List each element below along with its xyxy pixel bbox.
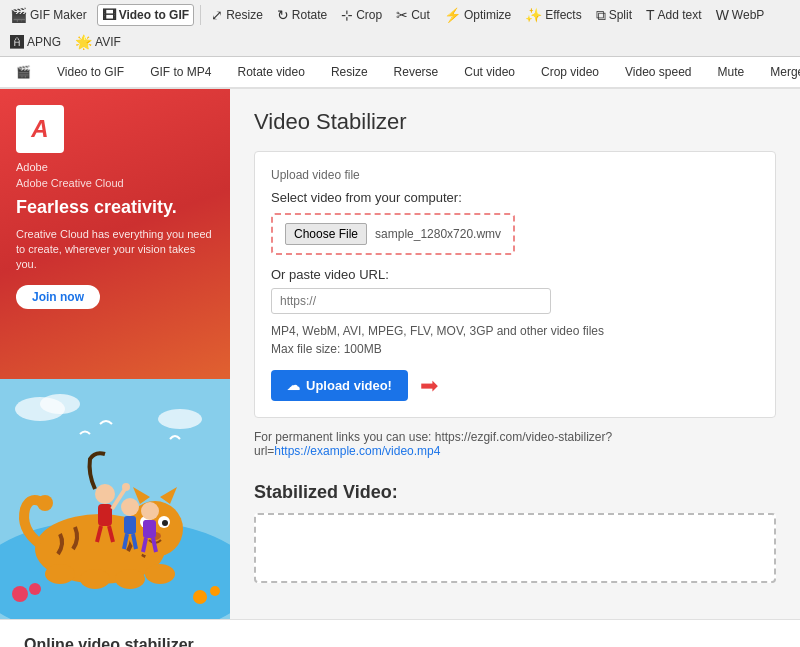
upload-btn-wrap: ☁ Upload video! ➡ (271, 370, 759, 401)
toolbar-avif[interactable]: 🌟 AVIF (71, 32, 125, 52)
arrow-icon: ➡ (420, 373, 438, 399)
svg-point-25 (121, 498, 139, 516)
svg-point-18 (145, 564, 175, 584)
cut-icon: ✂ (396, 7, 408, 23)
ad-illustration (0, 379, 230, 619)
svg-point-14 (37, 495, 53, 511)
ad-body: Creative Cloud has everything you need t… (16, 227, 214, 273)
toolbar-apng[interactable]: 🅰 APNG (6, 32, 65, 52)
video-nav-icon: 🎬 (16, 65, 31, 79)
file-name-display: sample_1280x720.wmv (375, 227, 501, 241)
toolbar-cut[interactable]: ✂ Cut (392, 5, 434, 25)
svg-point-16 (80, 569, 110, 589)
effects-icon: ✨ (525, 7, 542, 23)
nav-cut-video[interactable]: Cut video (452, 57, 527, 89)
svg-point-35 (193, 590, 207, 604)
upload-button[interactable]: ☁ Upload video! (271, 370, 408, 401)
file-types-text: MP4, WebM, AVI, MPEG, FLV, MOV, 3GP and … (271, 324, 759, 338)
nav-video-icon[interactable]: 🎬 (4, 57, 43, 89)
nav-gif-to-mp4[interactable]: GIF to MP4 (138, 57, 223, 89)
toolbar-rotate[interactable]: ↻ Rotate (273, 5, 331, 25)
svg-point-36 (210, 586, 220, 596)
webp-icon: W (716, 7, 729, 23)
ad-headline: Fearless creativity. (16, 197, 214, 219)
content-area: Video Stabilizer Upload video file Selec… (230, 89, 800, 619)
max-size-text: Max file size: 100MB (271, 342, 759, 356)
svg-point-15 (45, 564, 75, 584)
svg-point-29 (141, 502, 159, 520)
resize-icon: ⤢ (211, 7, 223, 23)
svg-point-19 (95, 484, 115, 504)
nav-resize[interactable]: Resize (319, 57, 380, 89)
toolbar-gif-maker[interactable]: 🎬 GIF Maker (6, 5, 91, 25)
url-label: Or paste video URL: (271, 267, 759, 282)
info-section: Online video stabilizer This is a free, … (0, 619, 800, 647)
svg-rect-26 (124, 516, 136, 534)
page-title: Video Stabilizer (254, 109, 776, 135)
info-title: Online video stabilizer (24, 636, 776, 647)
upload-cloud-icon: ☁ (287, 378, 300, 393)
choose-file-button[interactable]: Choose File (285, 223, 367, 245)
upload-panel-title: Upload video file (271, 168, 759, 182)
svg-rect-20 (98, 504, 112, 526)
nav-bar: 🎬 Video to GIF GIF to MP4 Rotate video R… (0, 57, 800, 89)
perm-link-url[interactable]: https://example.com/video.mp4 (274, 444, 440, 458)
svg-point-22 (122, 483, 130, 491)
svg-point-10 (162, 520, 168, 526)
stabilized-section: Stabilized Video: (254, 482, 776, 583)
upload-panel: Upload video file Select video from your… (254, 151, 776, 418)
file-input-area: Choose File sample_1280x720.wmv (271, 213, 515, 255)
top-toolbar: 🎬 GIF Maker 🎞 Video to GIF ⤢ Resize ↻ Ro… (0, 0, 800, 57)
toolbar-divider (200, 5, 201, 25)
stabilized-title: Stabilized Video: (254, 482, 776, 503)
perm-link-text: For permanent links you can use: https:/… (254, 430, 776, 458)
toolbar-resize[interactable]: ⤢ Resize (207, 5, 267, 25)
sidebar-ad: A Adobe Adobe Creative Cloud Fearless cr… (0, 89, 230, 619)
toolbar-effects[interactable]: ✨ Effects (521, 5, 585, 25)
svg-point-33 (12, 586, 28, 602)
adobe-logo: A (16, 105, 64, 153)
rotate-icon: ↻ (277, 7, 289, 23)
stabilized-dropzone (254, 513, 776, 583)
avif-icon: 🌟 (75, 34, 92, 50)
url-input[interactable] (271, 288, 551, 314)
toolbar-webp[interactable]: W WebP (712, 5, 769, 25)
svg-rect-30 (143, 520, 156, 538)
toolbar-crop[interactable]: ⊹ Crop (337, 5, 386, 25)
svg-point-17 (115, 569, 145, 589)
ad-product: Adobe Creative Cloud (16, 177, 214, 189)
ad-brand: Adobe (16, 161, 214, 173)
nav-merge[interactable]: Merge (758, 57, 800, 89)
crop-icon: ⊹ (341, 7, 353, 23)
video-to-gif-icon: 🎞 (102, 7, 116, 23)
toolbar-add-text[interactable]: T Add text (642, 5, 706, 25)
nav-crop-video[interactable]: Crop video (529, 57, 611, 89)
nav-rotate-video[interactable]: Rotate video (226, 57, 317, 89)
optimize-icon: ⚡ (444, 7, 461, 23)
split-icon: ⧉ (596, 7, 606, 24)
ad-join-button[interactable]: Join now (16, 285, 100, 309)
svg-point-34 (29, 583, 41, 595)
nav-mute[interactable]: Mute (706, 57, 757, 89)
toolbar-optimize[interactable]: ⚡ Optimize (440, 5, 515, 25)
svg-point-4 (158, 409, 202, 429)
toolbar-video-to-gif[interactable]: 🎞 Video to GIF (97, 4, 194, 26)
select-label: Select video from your computer: (271, 190, 759, 205)
nav-video-speed[interactable]: Video speed (613, 57, 704, 89)
add-text-icon: T (646, 7, 655, 23)
gif-maker-icon: 🎬 (10, 7, 27, 23)
toolbar-split[interactable]: ⧉ Split (592, 5, 636, 26)
svg-point-3 (40, 394, 80, 414)
main-content: A Adobe Adobe Creative Cloud Fearless cr… (0, 89, 800, 619)
nav-video-to-gif[interactable]: Video to GIF (45, 57, 136, 89)
nav-reverse[interactable]: Reverse (382, 57, 451, 89)
apng-icon: 🅰 (10, 34, 24, 50)
